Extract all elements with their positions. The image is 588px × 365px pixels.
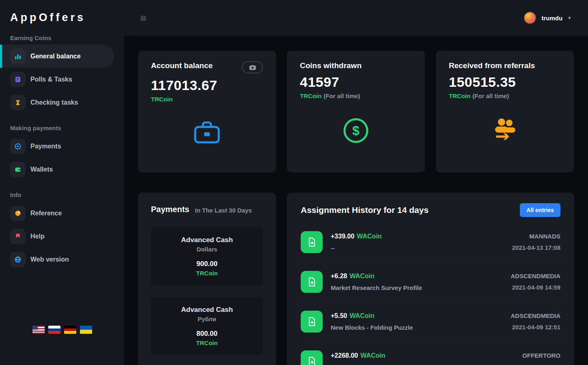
stat-card-account-balance: Account balance 117013.67 TRCoin — [138, 51, 276, 172]
flag-de[interactable] — [64, 326, 76, 334]
briefcase-icon — [193, 119, 221, 146]
sidebar-item-label: Reference — [30, 210, 62, 217]
hourglass-icon — [10, 95, 26, 110]
dollar-circle-icon: $ — [342, 117, 369, 144]
sidebar-item-reference[interactable]: Reference — [0, 202, 114, 225]
history-title: Assignment History for 14 days — [301, 205, 429, 215]
history-coin: WACoin — [349, 273, 374, 279]
payment-amount: 900.00 — [157, 260, 256, 268]
history-desc: New Blocks - Folding Puzzle — [331, 322, 413, 334]
coin-note: (For all time) — [323, 92, 360, 99]
history-date: 2021-04-09 14:59 — [510, 282, 560, 294]
payment-coin: TRCoin — [157, 270, 256, 277]
sidebar-item-web-version[interactable]: Web version — [0, 248, 114, 271]
payments-subtitle: In The Last 30 Days — [195, 205, 252, 216]
flag-ru[interactable] — [48, 326, 60, 334]
payment-currency: Dollars — [157, 246, 256, 253]
history-date: 2021-04-13 17:08 — [512, 242, 560, 254]
sidebar-item-label: General balance — [30, 53, 81, 60]
stat-value: 150515.35 — [449, 74, 561, 90]
history-desc: Market Research Survey Profile — [331, 282, 422, 294]
history-row[interactable]: +5.50WACoin New Blocks - Folding Puzzle … — [301, 302, 560, 342]
sidebar: AppOffers Earning Coins General balance … — [0, 0, 124, 365]
app-logo: AppOffers — [0, 0, 124, 24]
task-icon — [301, 350, 323, 365]
coin-label: TRCoin — [300, 92, 321, 99]
stats-row: Account balance 117013.67 TRCoin — [138, 51, 574, 172]
disc-icon — [10, 139, 26, 154]
sidebar-section-payments: Making payments — [0, 125, 124, 131]
history-source: ADSCENDMEDIA — [510, 271, 560, 282]
screenshot-button[interactable] — [242, 61, 263, 73]
sidebar-item-checking-tasks[interactable]: Checking tasks — [0, 91, 114, 114]
flag-us[interactable] — [32, 326, 45, 334]
coin-note: (For all time) — [472, 92, 509, 99]
sidebar-item-label: Polls & Tasks — [30, 76, 72, 83]
history-row[interactable]: +6.28WACoin Market Research Survey Profi… — [301, 262, 560, 302]
assignment-history-card: Assignment History for 14 days All entri… — [287, 193, 574, 365]
history-source: MANNADS — [512, 231, 560, 243]
stat-card-referrals: Received from referrals 150515.35 TRCoin… — [436, 51, 574, 172]
payments-card: Payments In The Last 30 Days Advanced Ca… — [138, 193, 276, 365]
history-source: OFFERTORO — [512, 350, 560, 362]
stat-value: 41597 — [300, 74, 412, 90]
payment-entry: Advanced Cash Dollars 900.00 TRCoin — [151, 227, 263, 286]
referrals-icon — [490, 117, 519, 144]
history-amount: +5.50 — [331, 312, 347, 319]
sidebar-item-label: Payments — [30, 143, 61, 150]
task-icon — [301, 271, 323, 293]
history-source: ADSCENDMEDIA — [510, 310, 560, 322]
sidebar-item-payments[interactable]: Payments — [0, 135, 114, 158]
payment-entry: Advanced Cash Рубли 800.00 TRCoin — [151, 297, 263, 355]
avatar[interactable] — [523, 11, 536, 24]
sidebar-item-help[interactable]: Help — [0, 225, 114, 248]
sidebar-section-info: Info — [0, 191, 124, 198]
globe-icon — [10, 252, 26, 267]
coin-label: TRCoin — [449, 92, 470, 99]
app-shell: ▤ trumdu ▼ AppOffers Earning Coins Gener… — [0, 0, 588, 365]
all-entries-button[interactable]: All entries — [520, 203, 560, 217]
payment-amount: 800.00 — [157, 330, 256, 338]
history-amount: +2268.00 — [331, 352, 358, 359]
polls-icon — [10, 72, 26, 87]
stat-title: Received from referrals — [449, 61, 535, 70]
username: trumdu — [541, 15, 562, 21]
history-amount: +6.28 — [331, 273, 347, 279]
payment-coin: TRCoin — [157, 339, 256, 346]
history-desc: Club Vegas 2021 New Slots — [331, 362, 409, 365]
pie-icon — [10, 206, 26, 221]
history-row[interactable]: +339.00WACoin -- MANNADS 2021-04-13 17:0… — [301, 223, 560, 262]
history-coin: WACoin — [349, 312, 374, 319]
stat-value: 117013.67 — [151, 77, 263, 93]
history-date: 2021-04-09 12:51 — [510, 322, 560, 333]
payment-currency: Рубли — [157, 316, 256, 322]
bar-chart-icon — [10, 49, 26, 64]
history-coin: WACoin — [357, 233, 381, 240]
sidebar-item-polls-tasks[interactable]: Polls & Tasks — [0, 68, 114, 91]
hamburger-menu-icon[interactable]: ▤ — [140, 15, 146, 21]
history-coin: WACoin — [360, 352, 385, 359]
task-icon — [301, 231, 323, 253]
sidebar-section-earning: Earning Coins — [0, 34, 124, 41]
lower-row: Payments In The Last 30 Days Advanced Ca… — [138, 193, 574, 365]
history-amount: +339.00 — [331, 233, 354, 240]
history-row[interactable]: +2268.00WACoin Club Vegas 2021 New Slots… — [301, 342, 560, 365]
stat-title: Coins withdrawn — [300, 61, 362, 70]
sidebar-item-wallets[interactable]: Wallets — [0, 158, 114, 181]
stat-title: Account balance — [151, 61, 213, 70]
history-desc: -- — [331, 243, 382, 254]
chevron-down-icon: ▼ — [567, 15, 572, 20]
main-content: Account balance 117013.67 TRCoin — [124, 36, 588, 365]
sidebar-item-label: Wallets — [30, 166, 53, 173]
sidebar-item-label: Checking tasks — [30, 99, 78, 106]
wallet-icon — [10, 162, 26, 177]
flag-icon — [10, 229, 26, 244]
history-date: 2021-04-08 13:43 — [512, 361, 560, 365]
user-menu[interactable]: trumdu ▼ — [523, 11, 572, 24]
payment-method: Advanced Cash — [157, 236, 256, 244]
flag-ua[interactable] — [80, 326, 92, 334]
payment-method: Advanced Cash — [157, 306, 256, 314]
stat-card-coins-withdrawn: Coins withdrawn 41597 TRCoin(For all tim… — [287, 51, 425, 172]
sidebar-item-general-balance[interactable]: General balance — [0, 45, 114, 68]
coin-label: TRCoin — [151, 96, 172, 103]
